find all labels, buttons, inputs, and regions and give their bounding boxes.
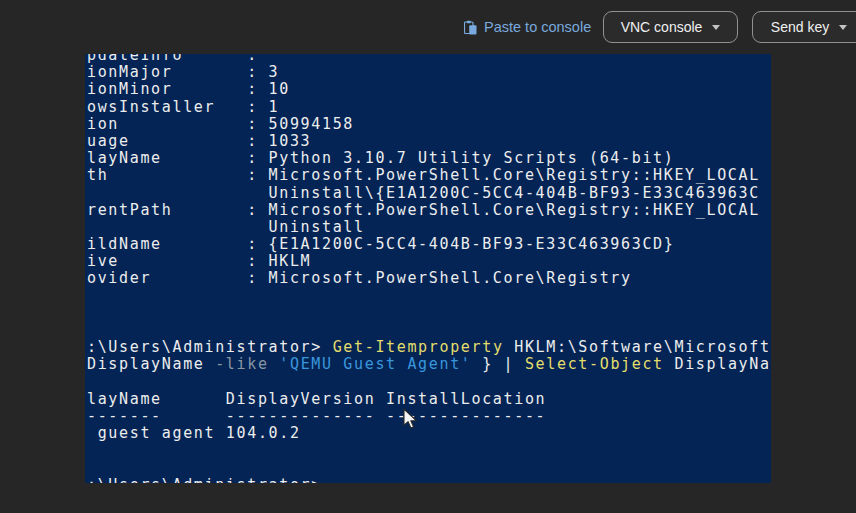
terminal-line: ion : 50994158 bbox=[87, 116, 771, 133]
paste-icon bbox=[464, 20, 477, 35]
chevron-down-icon bbox=[839, 25, 847, 30]
terminal-line: ionMinor : 10 bbox=[87, 81, 771, 98]
terminal-line: ive : HKLM bbox=[87, 253, 771, 270]
terminal-line: layName : Python 3.10.7 Utility Scripts … bbox=[87, 150, 771, 167]
terminal-line: Uninstall\{E1A1200C-5CC4-404B-BF93-E33C4… bbox=[87, 185, 771, 202]
terminal-line: :\Users\Administrator> Get-Itemproperty … bbox=[87, 339, 771, 356]
vnc-console-label: VNC console bbox=[621, 19, 703, 35]
terminal-line: th : Microsoft.PowerShell.Core\Registry:… bbox=[87, 167, 771, 184]
terminal-line bbox=[87, 322, 771, 339]
paste-to-console-label: Paste to console bbox=[484, 19, 591, 35]
terminal-line: rentPath : Microsoft.PowerShell.Core\Reg… bbox=[87, 202, 771, 219]
terminal-line bbox=[87, 374, 771, 391]
terminal-text: pdateInfo :ionMajor : 3ionMinor : 10owsI… bbox=[85, 54, 771, 483]
terminal-line: owsInstaller : 1 bbox=[87, 99, 771, 116]
terminal-line: layName DisplayVersion InstallLocation bbox=[87, 391, 771, 408]
terminal-line: uage : 1033 bbox=[87, 133, 771, 150]
terminal-line: ionMajor : 3 bbox=[87, 64, 771, 81]
terminal-line: ildName : {E1A1200C-5CC4-404B-BF93-E33C4… bbox=[87, 236, 771, 253]
terminal-line bbox=[87, 305, 771, 322]
terminal-line: :\Users\Administrator> bbox=[87, 477, 771, 483]
vnc-console-page: { "toolbar": { "paste_to_console": "Past… bbox=[0, 0, 856, 513]
terminal-line: ovider : Microsoft.PowerShell.Core\Regis… bbox=[87, 270, 771, 287]
vnc-terminal-screen[interactable]: pdateInfo :ionMajor : 3ionMinor : 10owsI… bbox=[85, 54, 771, 483]
terminal-line: DisplayName -like 'QEMU Guest Agent' } |… bbox=[87, 356, 771, 373]
terminal-line bbox=[87, 288, 771, 305]
toolbar: Paste to console VNC console Send key bbox=[0, 0, 856, 54]
terminal-line: guest agent 104.0.2 bbox=[87, 425, 771, 442]
terminal-line bbox=[87, 460, 771, 477]
terminal-line: Uninstall bbox=[87, 219, 771, 236]
mouse-cursor bbox=[402, 408, 420, 434]
paste-to-console-button[interactable]: Paste to console bbox=[464, 19, 591, 35]
chevron-down-icon bbox=[712, 25, 720, 30]
send-key-label: Send key bbox=[771, 19, 829, 35]
vnc-console-dropdown-button[interactable]: VNC console bbox=[603, 11, 738, 43]
send-key-dropdown-button[interactable]: Send key bbox=[752, 11, 856, 43]
terminal-line bbox=[87, 442, 771, 459]
terminal-line: ------- -------------- --------------- bbox=[87, 408, 771, 425]
